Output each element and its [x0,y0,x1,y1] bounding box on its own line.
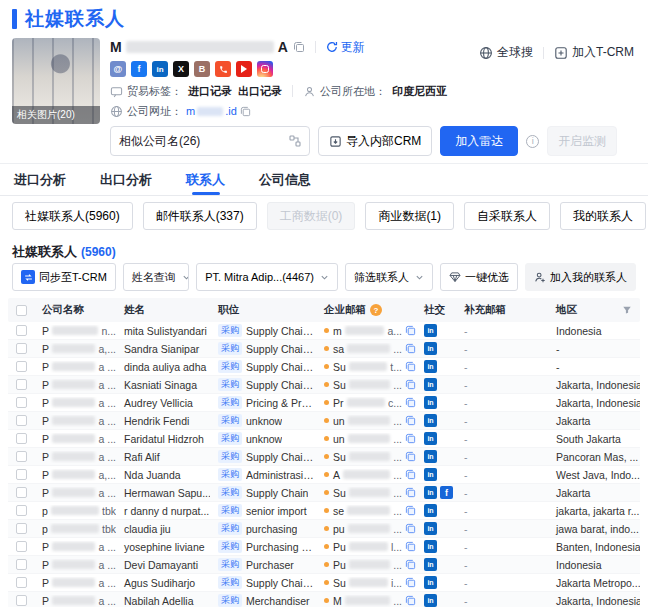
linkedin-icon[interactable]: in [424,540,437,553]
table-row: Pa ...dinda auliya adha采购Supply Chain Of… [8,358,640,376]
filter-pill-0[interactable]: 社媒联系人(5960) [12,202,133,230]
company-photo[interactable]: 相关图片(20) [12,38,100,124]
row-checkbox[interactable] [16,379,27,390]
row-checkbox[interactable] [16,433,27,444]
copy-icon[interactable] [405,541,416,552]
row-checkbox[interactable] [16,415,27,426]
filter-pill-4[interactable]: 自采联系人 [464,202,550,230]
global-search-button[interactable]: 全球搜 [479,44,533,61]
linkedin-icon[interactable]: in [424,594,437,607]
copy-icon[interactable] [293,41,305,53]
copy-icon[interactable] [405,343,416,354]
copy-icon[interactable] [405,397,416,408]
table-row: Pa ...Hendrik Fendi采购unknowun...in-Jakar… [8,412,640,430]
filter-pill-1[interactable]: 邮件联系人(337) [143,202,257,230]
copy-icon[interactable] [405,451,416,462]
linkedin-icon[interactable]: in [424,396,437,409]
copy-icon[interactable] [405,361,416,372]
similar-companies-box[interactable]: 相似公司名(26) [110,126,310,156]
join-tcrm-button[interactable]: 加入T-CRM [554,44,634,61]
linkedin-icon[interactable]: in [424,504,437,517]
instagram-icon[interactable] [257,61,273,77]
name-search-group: 姓名查询 [123,263,189,291]
linkedin-icon[interactable]: in [424,414,437,427]
facebook-icon[interactable]: f [440,486,453,499]
copy-icon[interactable] [405,415,416,426]
info-icon[interactable]: i [526,135,539,148]
linkedin-icon[interactable]: in [424,522,437,535]
filter-funnel-icon[interactable] [622,305,632,315]
x-icon[interactable]: X [173,61,189,77]
row-checkbox[interactable] [16,469,27,480]
linkedin-icon[interactable]: in [424,324,437,337]
copy-icon[interactable] [405,559,416,570]
linkedin-icon[interactable]: in [424,558,437,571]
blog-icon[interactable]: B [194,61,210,77]
row-checkbox[interactable] [16,505,27,516]
row-checkbox[interactable] [16,541,27,552]
copy-icon[interactable] [405,487,416,498]
linkedin-icon[interactable]: in [424,378,437,391]
add-to-my-contacts-button[interactable]: 加入我的联系人 [525,263,636,291]
copy-icon[interactable] [405,577,416,588]
start-monitoring-button[interactable]: 开启监测 [547,126,617,156]
linkedin-icon[interactable]: in [424,576,437,589]
name-query-select[interactable]: 姓名查询 [124,264,189,290]
sync-tcrm-button[interactable]: 同步至T-CRM [12,263,116,291]
row-checkbox[interactable] [16,397,27,408]
region-cell: jawa barat, indo... [548,523,640,535]
copy-icon[interactable] [240,106,251,117]
website-icon[interactable]: @ [110,61,126,77]
trade-tag-import[interactable]: 进口记录 [188,84,232,99]
filter-pill-3[interactable]: 商业数据(1) [365,202,454,230]
import-crm-button[interactable]: 导入内部CRM [318,126,432,156]
row-checkbox[interactable] [16,595,27,606]
copy-icon[interactable] [405,523,416,534]
table-row: Pa ...Faridatul Hidzroh采购unknowun...in-S… [8,430,640,448]
row-checkbox[interactable] [16,325,27,336]
copy-icon[interactable] [405,325,416,336]
linkedin-icon[interactable]: in [424,342,437,355]
linkedin-icon[interactable]: in [424,486,437,499]
filter-pill-2[interactable]: 工商数据(0) [267,202,356,230]
row-checkbox[interactable] [16,523,27,534]
copy-icon[interactable] [405,505,416,516]
row-checkbox[interactable] [16,451,27,462]
copy-icon[interactable] [405,469,416,480]
linkedin-icon[interactable]: in [424,468,437,481]
copy-icon[interactable] [405,379,416,390]
join-radar-button[interactable]: 加入雷达 [440,126,518,156]
company-cell: Pa ... [34,577,116,589]
linkedin-icon[interactable]: in [424,432,437,445]
contact-name: r danny d nurpat... [116,505,210,517]
row-checkbox[interactable] [16,559,27,570]
row-checkbox[interactable] [16,361,27,372]
select-all-checkbox[interactable] [16,305,27,316]
refresh-button[interactable]: 更新 [326,39,365,56]
youtube-icon[interactable] [236,61,252,77]
facebook-icon[interactable]: f [131,61,147,77]
photo-caption[interactable]: 相关图片(20) [12,106,100,124]
copy-icon[interactable] [405,595,416,606]
one-click-optimize-button[interactable]: 一键优选 [440,263,518,291]
company-filter-select[interactable]: PT. Mitra Adip...(4467) [196,263,338,291]
linkedin-icon[interactable]: in [152,61,168,77]
filter-contacts-select[interactable]: 筛选联系人 [345,263,433,291]
help-icon[interactable]: ? [370,304,382,316]
table-row: Pa ...Audrey Vellicia采购Pricing & Promoti… [8,394,640,412]
filter-pill-5[interactable]: 我的联系人 [560,202,646,230]
tab-0[interactable]: 进口分析 [14,164,66,195]
company-website-link[interactable]: m .id [186,105,237,117]
trade-tag-export[interactable]: 出口记录 [238,84,282,99]
row-checkbox[interactable] [16,487,27,498]
linkedin-icon[interactable]: in [424,450,437,463]
tab-1[interactable]: 出口分析 [100,164,152,195]
role-tag: 采购 [218,450,242,463]
row-checkbox[interactable] [16,577,27,588]
tab-2[interactable]: 联系人 [186,164,225,195]
phone-icon[interactable] [215,61,231,77]
tab-3[interactable]: 公司信息 [259,164,311,195]
copy-icon[interactable] [405,433,416,444]
linkedin-icon[interactable]: in [424,360,437,373]
row-checkbox[interactable] [16,343,27,354]
